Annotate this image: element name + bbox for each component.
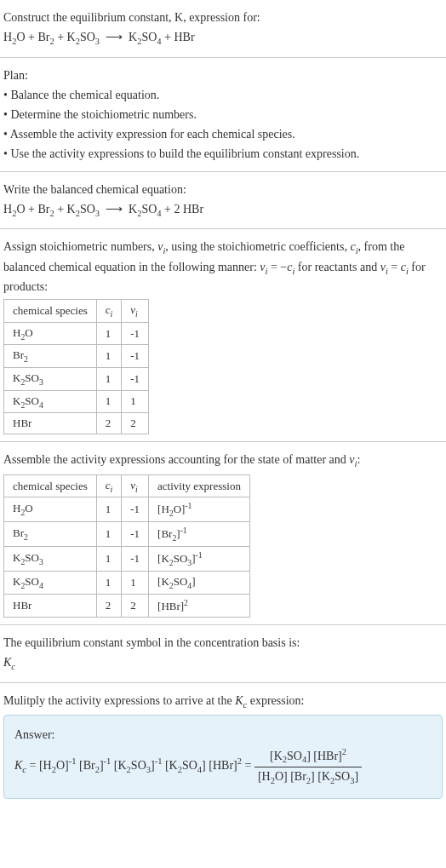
activity-table: chemical species ci νi activity expressi…	[3, 474, 250, 618]
cell-ci: 1	[96, 572, 122, 595]
cell-ci: 1	[96, 547, 122, 572]
table-row: Br2 1 -1 [Br2]-1	[4, 522, 250, 547]
cell-species: HBr	[4, 413, 97, 434]
cell-ci: 2	[96, 594, 122, 617]
table-row: H2O 1 -1	[4, 322, 149, 345]
table-row: H2O 1 -1 [H2O]-1	[4, 497, 250, 522]
cell-ci: 1	[96, 497, 122, 522]
cell-activity: [Br2]-1	[149, 522, 250, 547]
cell-ci: 1	[96, 390, 122, 413]
answer-expression: Kc = [H2O]-1 [Br2]-1 [K2SO3]-1 [K2SO4] […	[14, 745, 432, 788]
symbol-kc: Kc	[3, 653, 443, 674]
cell-species: K2SO4	[4, 390, 97, 413]
cell-ci: 1	[96, 522, 122, 547]
table-row: K2SO3 1 -1	[4, 367, 149, 390]
fraction-denominator: [H2O] [Br2] [K2SO3]	[254, 767, 362, 788]
plan-step: • Assemble the activity expression for e…	[3, 125, 443, 143]
table-row: Br2 1 -1	[4, 345, 149, 368]
plan-step: • Determine the stoichiometric numbers.	[3, 106, 443, 124]
cell-species: K2SO3	[4, 547, 97, 572]
cell-vi: 1	[122, 572, 149, 595]
cell-activity: [HBr]2	[149, 594, 250, 617]
final-intro: Mulitply the activity expressions to arr…	[3, 692, 443, 712]
final-section: Mulitply the activity expressions to arr…	[0, 683, 446, 806]
cell-vi: 1	[122, 390, 149, 413]
activity-section: Assemble the activity expressions accoun…	[0, 442, 446, 625]
cell-ci: 1	[96, 367, 122, 390]
col-vi: νi	[122, 300, 149, 323]
table-header-row: chemical species ci νi	[4, 300, 149, 323]
cell-vi: -1	[122, 522, 149, 547]
cell-vi: 2	[122, 413, 149, 434]
cell-species: Br2	[4, 522, 97, 547]
table-row: HBr 2 2	[4, 413, 149, 434]
balanced-title: Write the balanced chemical equation:	[3, 181, 443, 198]
cell-vi: -1	[122, 547, 149, 572]
cell-vi: -1	[122, 345, 149, 368]
cell-species: K2SO3	[4, 367, 97, 390]
cell-ci: 2	[96, 413, 122, 434]
cell-ci: 1	[96, 322, 122, 345]
stoich-section: Assign stoichiometric numbers, νi, using…	[0, 229, 446, 442]
cell-species: H2O	[4, 322, 97, 345]
plan-section: Plan: • Balance the chemical equation. •…	[0, 58, 446, 172]
prompt-label: Construct the equilibrium constant, K, e…	[3, 11, 260, 24]
cell-species: H2O	[4, 497, 97, 522]
table-row: K2SO4 1 1	[4, 390, 149, 413]
cell-ci: 1	[96, 345, 122, 368]
plan-title: Plan:	[3, 66, 443, 84]
cell-species: Br2	[4, 345, 97, 368]
cell-activity: [H2O]-1	[149, 497, 250, 522]
balanced-equation: H2O + Br2 + K2SO3 ⟶ K2SO4 + 2 HBr	[3, 200, 443, 221]
table-header-row: chemical species ci νi activity expressi…	[4, 474, 250, 497]
col-ci: ci	[96, 474, 122, 497]
col-ci: ci	[96, 300, 122, 323]
unbalanced-equation: H2O + Br2 + K2SO3 ⟶ K2SO4 + HBr	[3, 28, 443, 49]
table-row: K2SO4 1 1 [K2SO4]	[4, 572, 250, 595]
answer-label: Answer:	[14, 726, 432, 744]
cell-vi: 2	[122, 594, 149, 617]
cell-activity: [K2SO3]-1	[149, 547, 250, 572]
activity-intro: Assemble the activity expressions accoun…	[3, 451, 443, 471]
prompt-section: Construct the equilibrium constant, K, e…	[0, 0, 446, 58]
symbol-intro: The equilibrium constant symbol in the c…	[3, 634, 443, 652]
col-species: chemical species	[4, 300, 97, 323]
balanced-section: Write the balanced chemical equation: H2…	[0, 172, 446, 230]
plan-step: • Balance the chemical equation.	[3, 86, 443, 104]
stoich-intro: Assign stoichiometric numbers, νi, using…	[3, 238, 443, 296]
cell-vi: -1	[122, 367, 149, 390]
cell-vi: -1	[122, 322, 149, 345]
fraction: [K2SO4] [HBr]2 [H2O] [Br2] [K2SO3]	[254, 745, 362, 788]
plan-step: • Use the activity expressions to build …	[3, 145, 443, 163]
col-activity: activity expression	[149, 474, 250, 497]
symbol-section: The equilibrium constant symbol in the c…	[0, 625, 446, 683]
col-vi: νi	[122, 474, 149, 497]
cell-activity: [K2SO4]	[149, 572, 250, 595]
table-row: HBr 2 2 [HBr]2	[4, 594, 250, 617]
cell-vi: -1	[122, 497, 149, 522]
table-row: K2SO3 1 -1 [K2SO3]-1	[4, 547, 250, 572]
prompt-text: Construct the equilibrium constant, K, e…	[3, 9, 443, 26]
fraction-numerator: [K2SO4] [HBr]2	[254, 745, 362, 767]
answer-box: Answer: Kc = [H2O]-1 [Br2]-1 [K2SO3]-1 […	[3, 715, 443, 799]
stoich-table: chemical species ci νi H2O 1 -1 Br2 1 -1…	[3, 299, 149, 434]
col-species: chemical species	[4, 474, 97, 497]
cell-species: HBr	[4, 594, 97, 617]
cell-species: K2SO4	[4, 572, 97, 595]
